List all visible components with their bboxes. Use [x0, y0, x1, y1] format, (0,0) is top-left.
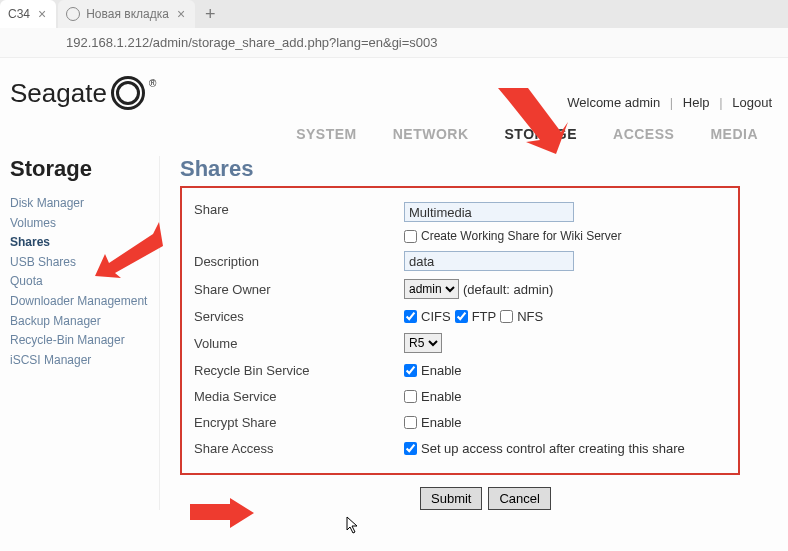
close-icon[interactable]: ×: [36, 6, 48, 22]
wiki-checkbox[interactable]: [404, 230, 417, 243]
access-checkbox[interactable]: [404, 442, 417, 455]
enable-text: Enable: [421, 363, 461, 378]
new-tab-button[interactable]: +: [197, 4, 224, 25]
browser-address-bar: 192.168.1.212/admin/storage_share_add.ph…: [0, 28, 788, 58]
volume-select[interactable]: R5: [404, 333, 442, 353]
share-label: Share: [194, 202, 404, 217]
nav-media[interactable]: MEDIA: [710, 126, 758, 142]
welcome-text: Welcome admin: [567, 95, 660, 110]
media-label: Media Service: [194, 389, 404, 404]
brand-logo: Seagate ®: [10, 76, 156, 110]
nfs-checkbox[interactable]: [500, 310, 513, 323]
sidebar-item-recycle-bin[interactable]: Recycle-Bin Manager: [10, 331, 159, 351]
enable-text: Enable: [421, 415, 461, 430]
ftp-checkbox[interactable]: [455, 310, 468, 323]
sidebar-item-shares[interactable]: Shares: [10, 233, 159, 253]
recyclebin-label: Recycle Bin Service: [194, 363, 404, 378]
nfs-label: NFS: [517, 309, 543, 324]
cifs-checkbox[interactable]: [404, 310, 417, 323]
sidebar-title: Storage: [10, 156, 159, 182]
url-field[interactable]: 192.168.1.212/admin/storage_share_add.ph…: [66, 35, 748, 50]
access-text: Set up access control after creating thi…: [421, 441, 685, 456]
ftp-label: FTP: [472, 309, 497, 324]
volume-label: Volume: [194, 336, 404, 351]
logout-link[interactable]: Logout: [732, 95, 772, 110]
access-label: Share Access: [194, 441, 404, 456]
owner-select[interactable]: admin: [404, 279, 459, 299]
browser-tab-1[interactable]: Новая вкладка ×: [58, 0, 195, 28]
seagate-swirl-icon: [111, 76, 145, 110]
close-icon[interactable]: ×: [175, 6, 187, 22]
submit-button[interactable]: Submit: [420, 487, 482, 510]
sidebar-item-backup[interactable]: Backup Manager: [10, 312, 159, 332]
cursor-icon: [346, 516, 362, 537]
sidebar-item-volumes[interactable]: Volumes: [10, 214, 159, 234]
nav-storage[interactable]: STORAGE: [505, 126, 577, 142]
enable-text: Enable: [421, 389, 461, 404]
tab-title: Новая вкладка: [86, 7, 169, 21]
tab-title: C34: [8, 7, 30, 21]
browser-tabbar: C34 × Новая вкладка × +: [0, 0, 788, 28]
page-title: Shares: [180, 156, 780, 182]
share-input[interactable]: [404, 202, 574, 222]
browser-tab-0[interactable]: C34 ×: [0, 0, 56, 28]
sidebar-item-disk-manager[interactable]: Disk Manager: [10, 194, 159, 214]
sidebar-item-iscsi[interactable]: iSCSI Manager: [10, 351, 159, 371]
share-form: Share Create Working Share for Wiki Serv…: [180, 186, 740, 475]
nav-access[interactable]: ACCESS: [613, 126, 674, 142]
nav-buttons[interactable]: [0, 33, 60, 53]
sidebar-item-downloader[interactable]: Downloader Management: [10, 292, 159, 312]
owner-label: Share Owner: [194, 282, 404, 297]
recyclebin-checkbox[interactable]: [404, 364, 417, 377]
description-input[interactable]: [404, 251, 574, 271]
user-links: Welcome admin | Help | Logout: [567, 95, 772, 110]
wiki-label: Create Working Share for Wiki Server: [421, 229, 622, 243]
services-label: Services: [194, 309, 404, 324]
sidebar-item-usb-shares[interactable]: USB Shares: [10, 253, 159, 273]
top-nav: SYSTEM NETWORK STORAGE ACCESS MEDIA: [0, 116, 788, 156]
cancel-button[interactable]: Cancel: [488, 487, 550, 510]
encrypt-label: Encrypt Share: [194, 415, 404, 430]
encrypt-checkbox[interactable]: [404, 416, 417, 429]
owner-default-text: (default: admin): [463, 282, 553, 297]
chrome-icon: [66, 7, 80, 21]
media-checkbox[interactable]: [404, 390, 417, 403]
nav-network[interactable]: NETWORK: [393, 126, 469, 142]
nav-system[interactable]: SYSTEM: [296, 126, 357, 142]
cifs-label: CIFS: [421, 309, 451, 324]
sidebar: Storage Disk Manager Volumes Shares USB …: [0, 156, 160, 510]
description-label: Description: [194, 254, 404, 269]
help-link[interactable]: Help: [683, 95, 710, 110]
registered-mark: ®: [149, 78, 156, 89]
sidebar-item-quota[interactable]: Quota: [10, 272, 159, 292]
brand-name: Seagate: [10, 78, 107, 109]
